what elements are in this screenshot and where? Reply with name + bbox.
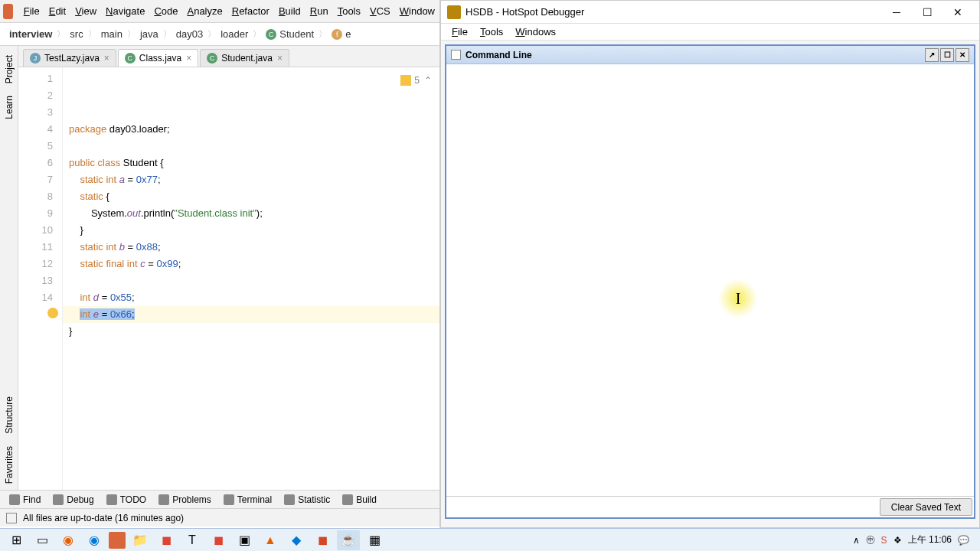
side-tab-structure[interactable]: Structure <box>2 390 16 440</box>
edge-icon[interactable]: ◉ <box>83 530 106 550</box>
java-icon <box>447 5 461 19</box>
hsdb-menu-tools[interactable]: Tools <box>474 26 509 37</box>
close-panel-button[interactable]: ✕ <box>956 48 969 62</box>
panel-header: Command Line ↗ ☐ ✕ <box>446 46 974 64</box>
menu-navigate[interactable]: Navigate <box>101 5 149 17</box>
start-button[interactable]: ⊞ <box>5 530 28 550</box>
code-line-10[interactable] <box>63 272 439 289</box>
code-line-1[interactable]: package day03.loader; <box>63 121 439 138</box>
menu-tools[interactable]: Tools <box>333 5 365 17</box>
clock[interactable]: 上午 11:06 <box>908 533 952 546</box>
maximize-panel-button[interactable]: ☐ <box>940 48 954 62</box>
hsdb-window: HSDB - HotSpot Debugger ─ ☐ ✕ FileToolsW… <box>440 0 980 528</box>
hsdb-titlebar: HSDB - HotSpot Debugger ─ ☐ ✕ <box>441 1 979 24</box>
file-tabs: JTestLazy.java×CClass.java×CStudent.java… <box>18 46 439 67</box>
tray-chevron-icon[interactable]: ∧ <box>853 535 860 546</box>
tab-student-java[interactable]: CStudent.java× <box>200 49 289 67</box>
code-line-4[interactable]: static int a = 0x77; <box>63 171 439 188</box>
side-tab-favorites[interactable]: Favorites <box>2 440 16 490</box>
close-icon[interactable]: × <box>277 53 283 64</box>
side-tab-project[interactable]: Project <box>2 49 16 90</box>
code-line-5[interactable]: static { <box>63 188 439 205</box>
code-line-12[interactable]: int e = 0x66; <box>63 306 439 323</box>
terminal-icon[interactable]: ▣ <box>233 530 256 550</box>
app-icon-3[interactable]: ◼ <box>207 530 230 550</box>
breadcrumb-loader[interactable]: loader <box>217 28 251 40</box>
close-button[interactable]: ✕ <box>942 2 973 23</box>
java-taskbar-icon[interactable]: ☕ <box>337 530 360 550</box>
hsdb-menu-file[interactable]: File <box>446 26 474 37</box>
hsdb-title: HSDB - HotSpot Debugger <box>466 6 881 18</box>
bottom-tab-todo[interactable]: TODO <box>100 494 152 505</box>
intellij-taskbar-icon[interactable] <box>109 532 126 549</box>
menu-analyze[interactable]: Analyze <box>182 5 227 17</box>
panel-title: Command Line <box>466 50 923 60</box>
code-line-2[interactable] <box>63 138 439 155</box>
side-tab-learn[interactable]: Learn <box>2 90 16 126</box>
menu-file[interactable]: File <box>19 5 44 17</box>
tab-testlazy-java[interactable]: JTestLazy.java× <box>23 49 116 67</box>
ime-icon[interactable]: ㊥ <box>866 533 875 546</box>
firefox-icon[interactable]: ◉ <box>57 530 80 550</box>
command-output[interactable]: I <box>446 64 974 496</box>
menu-code[interactable]: Code <box>149 5 182 17</box>
menu-refactor[interactable]: Refactor <box>227 5 274 17</box>
powerpoint-icon[interactable]: ◼ <box>311 530 334 550</box>
close-icon[interactable]: × <box>104 53 109 64</box>
bottom-tab-terminal[interactable]: Terminal <box>217 494 278 505</box>
breadcrumb-e[interactable]: fe <box>328 28 354 40</box>
bottom-tab-debug[interactable]: Debug <box>47 494 100 505</box>
code-line-8[interactable]: static int b = 0x88; <box>63 239 439 256</box>
maximize-button[interactable]: ☐ <box>912 2 942 23</box>
menu-window[interactable]: Window <box>395 5 439 17</box>
minimize-button[interactable]: ─ <box>881 2 912 23</box>
clear-saved-text-button[interactable]: Clear Saved Text <box>880 498 972 516</box>
breadcrumb-src[interactable]: src <box>67 28 86 40</box>
code-line-3[interactable]: public class Student { <box>63 155 439 171</box>
tray-icon-1[interactable]: S <box>881 535 887 546</box>
code-line-14[interactable] <box>63 340 439 357</box>
bottom-tab-build[interactable]: Build <box>336 494 383 505</box>
hsdb-menu-windows[interactable]: Windows <box>509 26 562 37</box>
bottom-tab-find[interactable]: Find <box>3 494 47 505</box>
breadcrumb-day03[interactable]: day03 <box>173 28 206 40</box>
code-line-11[interactable]: int d = 0x55; <box>63 289 439 306</box>
intention-bulb-icon[interactable] <box>47 308 58 318</box>
vscode-icon[interactable]: ◆ <box>285 530 308 550</box>
menu-edit[interactable]: Edit <box>44 5 70 17</box>
menu-vcs[interactable]: VCS <box>365 5 395 17</box>
panel-checkbox-icon[interactable] <box>451 50 461 60</box>
code-line-6[interactable]: System.out.println("Student.class init")… <box>63 205 439 222</box>
minimize-panel-button[interactable]: ↗ <box>925 48 939 62</box>
breadcrumb-student[interactable]: CStudent <box>263 28 317 40</box>
calculator-icon[interactable]: ▦ <box>363 530 386 550</box>
app-icon-4[interactable]: ▲ <box>259 530 282 550</box>
notifications-icon[interactable]: 💬 <box>958 535 969 546</box>
app-icon-2[interactable]: T <box>181 530 204 550</box>
close-icon[interactable]: × <box>186 53 191 64</box>
menu-run[interactable]: Run <box>305 5 333 17</box>
tab-class-java[interactable]: CClass.java× <box>118 49 198 67</box>
breadcrumb-interview[interactable]: interview <box>6 28 55 40</box>
command-input[interactable] <box>446 497 878 517</box>
bottom-tab-statistic[interactable]: Statistic <box>278 494 336 505</box>
breadcrumbs: interview〉src〉main〉java〉day03〉loader〉CSt… <box>0 23 439 46</box>
tray-icon-2[interactable]: ❖ <box>893 535 902 546</box>
code-line-13[interactable]: } <box>63 323 439 340</box>
bottom-tab-problems[interactable]: Problems <box>152 494 217 505</box>
inspection-indicator[interactable]: 5 ⌃ <box>400 72 432 89</box>
editor[interactable]: 1234567891011121314 5 ⌃ package day03.lo… <box>18 67 439 490</box>
app-icon-1[interactable]: ◼ <box>155 530 178 550</box>
explorer-icon[interactable]: 📁 <box>129 530 152 550</box>
menu-view[interactable]: View <box>70 5 101 17</box>
breadcrumb-main[interactable]: main <box>98 28 126 40</box>
chevron-icon: ⌃ <box>424 72 432 89</box>
menu-build[interactable]: Build <box>274 5 305 17</box>
system-tray[interactable]: ∧ ㊥ S ❖ 上午 11:06 💬 <box>850 533 977 546</box>
breadcrumb-java[interactable]: java <box>137 28 162 40</box>
code-area[interactable]: 5 ⌃ package day03.loader; public class S… <box>63 67 439 490</box>
code-line-7[interactable]: } <box>63 222 439 239</box>
code-line-9[interactable]: static final int c = 0x99; <box>63 256 439 272</box>
task-view-icon[interactable]: ▭ <box>31 530 54 550</box>
side-tool-tabs: ProjectLearnStructureFavorites <box>0 46 18 490</box>
